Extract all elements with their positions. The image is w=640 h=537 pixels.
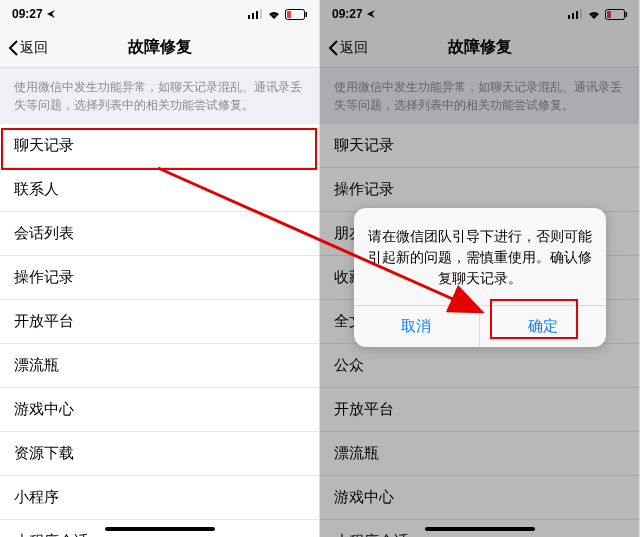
phone-right: 09:27 返回 故障修复 使用微信中发生功能异常，如聊天记录混乱、通讯录丢失等… xyxy=(320,0,640,537)
alert-buttons: 取消 确定 xyxy=(354,305,606,347)
confirm-button[interactable]: 确定 xyxy=(479,306,606,347)
list-item[interactable]: 操作记录 xyxy=(0,256,319,300)
list-item[interactable]: 联系人 xyxy=(0,168,319,212)
list-item[interactable]: 小程序 xyxy=(0,476,319,520)
back-label: 返回 xyxy=(20,39,48,57)
description-text: 使用微信中发生功能异常，如聊天记录混乱、通讯录丢失等问题，选择列表中的相关功能尝… xyxy=(0,68,319,124)
signal-icon xyxy=(248,9,263,19)
list-item[interactable]: 聊天记录 xyxy=(0,124,319,168)
nav-bar: 返回 故障修复 xyxy=(0,28,319,68)
list-item[interactable]: 会话列表 xyxy=(0,212,319,256)
list-item[interactable]: 游戏中心 xyxy=(0,388,319,432)
svg-rect-0 xyxy=(248,15,250,19)
svg-rect-2 xyxy=(256,11,258,19)
location-icon xyxy=(47,10,55,18)
wifi-icon xyxy=(267,9,281,19)
status-time: 09:27 xyxy=(12,7,43,21)
home-indicator[interactable] xyxy=(425,527,535,531)
chevron-left-icon xyxy=(8,40,18,56)
battery-icon xyxy=(285,9,307,20)
alert-message: 请在微信团队引导下进行，否则可能引起新的问题，需慎重使用。确认修复聊天记录。 xyxy=(354,208,606,305)
list-item[interactable]: 资源下载 xyxy=(0,432,319,476)
svg-rect-6 xyxy=(287,11,291,18)
svg-rect-3 xyxy=(260,9,262,19)
status-bar: 09:27 xyxy=(0,0,319,28)
svg-rect-1 xyxy=(252,13,254,19)
phone-left: 09:27 返回 故障修复 使用微信中发生功能异常，如聊天记录混乱、通讯录丢失等… xyxy=(0,0,320,537)
cancel-button[interactable]: 取消 xyxy=(354,306,480,347)
confirm-alert: 请在微信团队引导下进行，否则可能引起新的问题，需慎重使用。确认修复聊天记录。 取… xyxy=(354,208,606,347)
list-item[interactable]: 漂流瓶 xyxy=(0,344,319,388)
list-item[interactable]: 开放平台 xyxy=(0,300,319,344)
home-indicator[interactable] xyxy=(105,527,215,531)
back-button[interactable]: 返回 xyxy=(0,39,56,57)
svg-rect-5 xyxy=(306,12,308,17)
repair-list-left: 聊天记录联系人会话列表操作记录开放平台漂流瓶游戏中心资源下载小程序小程序会话 xyxy=(0,124,319,537)
